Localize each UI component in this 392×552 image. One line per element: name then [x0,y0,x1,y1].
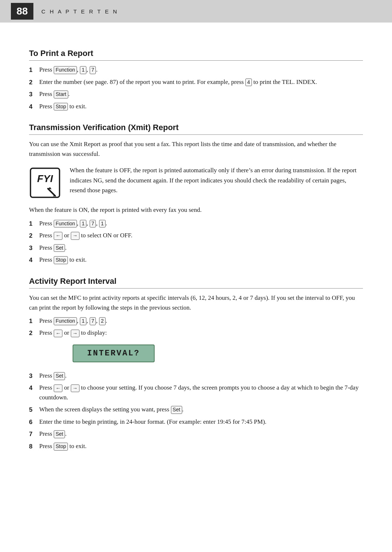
step-content: Press Stop to exit. [39,442,363,451]
step-content: Enter the time to begin printing, in 24-… [39,417,363,427]
step-number: 8 [29,442,39,451]
step-number: 4 [29,383,39,393]
key-function: Function [54,317,77,325]
step: 1 Press Function, 1, 7. [29,65,363,75]
key-arrow-right: → [71,384,79,392]
section2-rule [29,134,363,135]
section3-title: Activity Report Interval [29,277,363,286]
step-number: 1 [29,219,39,229]
step-number: 1 [29,316,39,326]
step-number: 3 [29,371,39,381]
key-set: Set [54,372,65,380]
step-content: When the screen displays the setting you… [39,405,363,414]
main-content: To Print a Report 1 Press Function, 1, 7… [0,23,392,475]
section1-rule [29,60,363,61]
step: 8 Press Stop to exit. [29,442,363,451]
key-arrow-right: → [71,232,79,240]
step-content: Press ← or → to choose your setting. If … [39,383,363,402]
step: 6 Enter the time to begin printing, in 2… [29,417,363,427]
chapter-label: C H A P T E R T E N [41,8,118,15]
key-arrow-left: ← [54,232,62,240]
step-number: 5 [29,405,39,415]
page-header: 88 C H A P T E R T E N [0,0,392,23]
step: 4 Press Stop to exit. [29,255,363,265]
section3-intro: You can set the MFC to print activity re… [29,293,363,313]
key-function: Function [54,66,77,74]
key-1: 1 [80,66,86,74]
key-1: 1 [80,317,86,325]
step: 1 Press Function, 1, 7, 2. [29,316,363,326]
fyi-icon: FYI [29,167,62,201]
step-number: 7 [29,429,39,439]
section3-rule [29,288,363,289]
fyi-text: When the feature is OFF, the report is p… [70,165,363,199]
step-number: 6 [29,417,39,427]
key-start: Start [54,90,68,98]
step: 5 When the screen displays the setting y… [29,405,363,415]
step-number: 2 [29,328,39,338]
step-content: Press ← or → to display: [39,328,363,338]
section3-steps: 1 Press Function, 1, 7, 2. 2 Press ← or … [29,316,363,338]
section-print-report: To Print a Report 1 Press Function, 1, 7… [29,49,363,111]
fyi-section: FYI When the feature is OFF, the report … [29,165,363,201]
section2-intro: You can use the Xmit Report as proof tha… [29,139,363,159]
step-content: Enter the number (see page. 87) of the r… [39,77,363,87]
step-content: Press Function, 1, 7. [39,65,363,74]
step-content: Press Function, 1, 7, 1. [39,219,363,228]
page-number: 88 [11,3,33,20]
key-arrow-left: ← [54,384,62,392]
step-content: Press Set. [39,371,363,380]
key-7: 7 [90,66,96,74]
key-4: 4 [245,78,252,86]
key-set: Set [54,244,65,252]
step-content: Press Start. [39,89,363,99]
section2-title: Transmission Verification (Xmit) Report [29,123,363,132]
step-number: 3 [29,89,39,99]
step-number: 2 [29,77,39,87]
key-function: Function [54,220,77,228]
step-number: 4 [29,255,39,265]
key-arrow-left: ← [54,330,62,338]
key-stop: Stop [54,103,68,111]
fyi-paragraph1: When the feature is OFF, the report is p… [70,165,363,195]
section2-steps: 1 Press Function, 1, 7, 1. 2 Press ← or … [29,219,363,265]
svg-text:FYI: FYI [37,173,53,184]
key-1: 1 [80,220,86,228]
step-content: Press ← or → to select ON or OFF. [39,231,363,240]
step-number: 1 [29,65,39,75]
step-number: 2 [29,231,39,241]
step: 2 Press ← or → to display: [29,328,363,338]
step-content: Press Function, 1, 7, 2. [39,316,363,326]
step: 4 Press Stop to exit. [29,102,363,112]
step-number: 4 [29,102,39,112]
section1-steps: 1 Press Function, 1, 7. 2 Enter the numb… [29,65,363,111]
key-stop: Stop [54,443,68,451]
step: 7 Press Set. [29,429,363,439]
step: 4 Press ← or → to choose your setting. I… [29,383,363,402]
step: 1 Press Function, 1, 7, 1. [29,219,363,229]
key-set: Set [171,406,182,414]
step-number: 3 [29,243,39,253]
step-content: Press Stop to exit. [39,255,363,265]
step-content: Press Set. [39,243,363,253]
section-xmit-report: Transmission Verification (Xmit) Report … [29,123,363,265]
step: 3 Press Start. [29,89,363,99]
lcd-display-container: INTERVAL? [29,341,363,366]
section2-on-text: When the feature is ON, the report is pr… [29,205,363,215]
key-2: 2 [99,317,106,325]
key-arrow-right: → [71,330,79,338]
step: 2 Press ← or → to select ON or OFF. [29,231,363,241]
lcd-display: INTERVAL? [73,345,155,362]
step: 2 Enter the number (see page. 87) of the… [29,77,363,87]
key-set: Set [54,430,65,438]
section1-title: To Print a Report [29,49,363,58]
key-7: 7 [90,317,96,325]
key-1: 1 [99,220,106,228]
svg-line-2 [48,189,55,196]
step-content: Press Set. [39,429,363,439]
key-7: 7 [90,220,96,228]
step-content: Press Stop to exit. [39,102,363,111]
section3-steps-continued: 3 Press Set. 4 Press ← or → to choose yo… [29,371,363,451]
step: 3 Press Set. [29,243,363,253]
key-stop: Stop [54,256,68,264]
